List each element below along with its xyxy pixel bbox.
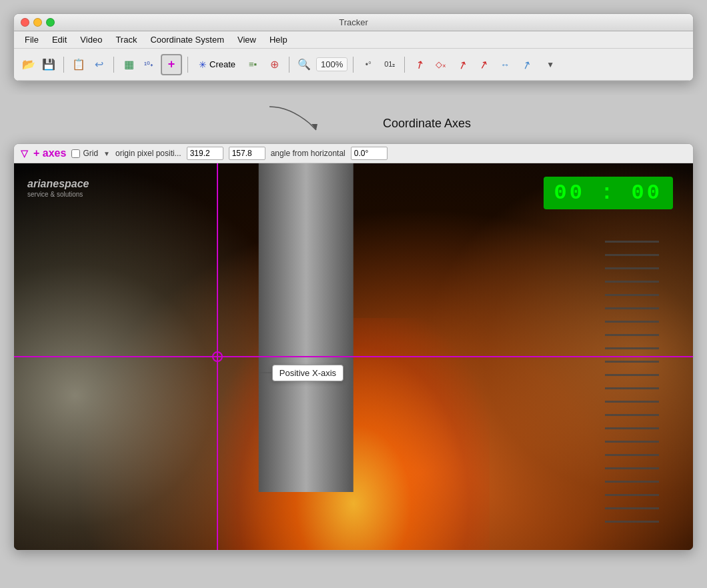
clip-button[interactable]: ¹⁰˖: [139, 55, 158, 74]
menu-bar: File Edit Video Track Coordinate System …: [14, 31, 693, 49]
angle-from-horizontal-label: angle from horizontal: [271, 149, 345, 158]
video-button[interactable]: ▦: [119, 55, 138, 74]
track-control-button[interactable]: ⊕: [265, 55, 283, 74]
coordinate-axes-label: Coordinate Axes: [383, 117, 471, 131]
grid-dropdown[interactable]: ▼: [103, 150, 110, 157]
star-icon: ✳: [199, 59, 207, 70]
toolbar-dropdown[interactable]: ▼: [541, 55, 560, 74]
import-button[interactable]: 📋: [69, 55, 88, 74]
close-button[interactable]: [21, 18, 29, 27]
coordinate-axes-arrow: [236, 100, 370, 140]
undo-button[interactable]: ↩: [89, 55, 108, 74]
grid-checkbox-label[interactable]: Grid: [71, 149, 98, 158]
origin-x-input[interactable]: [187, 147, 223, 160]
arrow2-button[interactable]: ◇ₓ: [432, 55, 450, 74]
numbering-button[interactable]: 01₂: [380, 55, 399, 74]
sep1: [63, 57, 64, 73]
menu-track[interactable]: Track: [110, 33, 142, 46]
axes-plus-label: + axes: [33, 147, 66, 159]
logo-area: arianespace service & solutions: [27, 177, 89, 198]
origin-point[interactable]: [212, 351, 223, 362]
arrow3-button[interactable]: ↗: [450, 53, 474, 77]
sep5: [353, 57, 354, 73]
grid-checkbox[interactable]: [71, 149, 80, 158]
logo-text: arianespace: [27, 178, 89, 189]
zoom-level: 100%: [316, 57, 347, 71]
zoom-button[interactable]: 🔍: [295, 55, 313, 74]
arrow6-button[interactable]: ↗: [514, 53, 538, 77]
arrow1-button[interactable]: ↗: [407, 51, 432, 77]
axes-dropdown-icon[interactable]: ▽: [21, 148, 28, 159]
angle-input[interactable]: [351, 147, 388, 160]
maximize-button[interactable]: [46, 18, 55, 27]
menu-help[interactable]: Help: [264, 33, 293, 46]
edit-tools: 📋 ↩: [69, 55, 108, 74]
tracks-button[interactable]: ≡▪: [243, 55, 262, 74]
video-window: ▽ + axes Grid ▼ origin pixel positi... a…: [13, 143, 694, 551]
origin-pixel-label: origin pixel positi...: [115, 149, 181, 158]
open-button[interactable]: 📂: [19, 55, 38, 74]
rocket-body: [258, 163, 354, 492]
create-button[interactable]: ✳ Create: [193, 57, 241, 72]
create-label: Create: [209, 59, 235, 69]
main-toolbar: 📂 💾 📋 ↩ ▦ ¹⁰˖ + ✳ Create ≡▪ ⊕ 🔍 100%: [14, 49, 693, 81]
origin-y-input[interactable]: [229, 147, 265, 160]
annotation-area: Coordinate Axes: [0, 95, 707, 143]
save-button[interactable]: 💾: [39, 55, 58, 74]
positive-x-axis-callout: Positive X-axis: [272, 365, 343, 381]
sep2: [113, 57, 114, 73]
window-title: Tracker: [339, 17, 368, 27]
logo-sub: service & solutions: [27, 191, 89, 198]
minimize-button[interactable]: [33, 18, 42, 27]
menu-video[interactable]: Video: [75, 33, 107, 46]
title-bar: Tracker: [14, 14, 693, 31]
menu-view[interactable]: View: [232, 33, 261, 46]
menu-edit[interactable]: Edit: [47, 33, 72, 46]
video-area: Positive X-axis 00 : 00 arianespace serv…: [14, 163, 693, 550]
crosshair-horizontal: [14, 356, 693, 357]
window-controls: [21, 18, 55, 27]
timer-display: 00 : 00: [544, 177, 673, 209]
svg-marker-0: [311, 124, 317, 130]
file-tools: 📂 💾: [19, 55, 58, 74]
coords-button[interactable]: •°: [359, 55, 378, 74]
sep6: [404, 57, 405, 73]
video-tools: ▦ ¹⁰˖: [119, 55, 158, 74]
menu-file[interactable]: File: [19, 33, 44, 46]
toolbar-window: Tracker File Edit Video Track Coordinate…: [13, 13, 694, 81]
launch-tower: [605, 241, 659, 531]
menu-coordinate-system[interactable]: Coordinate System: [145, 33, 229, 46]
sep4: [289, 57, 289, 73]
arrow4-button[interactable]: ↗: [472, 53, 495, 75]
video-toolbar: ▽ + axes Grid ▼ origin pixel positi... a…: [14, 144, 693, 163]
coordinate-axes-button[interactable]: +: [161, 54, 182, 75]
sep3: [187, 57, 188, 73]
arrow5-button[interactable]: ↔: [496, 55, 514, 74]
